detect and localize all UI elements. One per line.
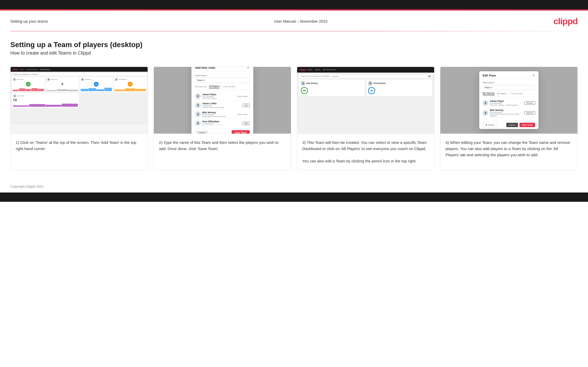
page-title: Setting up a Team of players (desktop) [10,41,578,49]
ss1-bar [19,88,25,91]
ss3-p1-score-circle: 94 [301,87,308,94]
ss1-bar [68,90,78,91]
edit-player-row-1: 👤 Adrian Player Plus Handicap The Shire … [483,99,535,108]
ss1-p2-name: Adrian Coliba [51,78,57,80]
ss1-p3-name: Blair McHarg [85,78,91,80]
remove-player-2-button[interactable]: Remove [524,111,535,115]
ss1-p5-avatar: 👤 [13,94,16,98]
player-location-1: The Shire London [202,98,234,99]
ss1-bar [25,89,31,91]
ss1-filter: Viewing 5 out of 5 players from: All Pla… [12,73,147,75]
save-team-button[interactable]: Save Team [232,130,250,134]
edit-team-name-input[interactable] [483,85,535,90]
player-row-1: 👤 Adrian Player Plus Handicap The Shire … [195,92,250,101]
ss1-p4-avatar: 👤 [115,77,118,81]
edit-modal-title: Edit Team [483,74,496,77]
trash-icon: 🗑 [485,124,488,126]
ss1-nav-teams: My No Teams [40,68,50,70]
ss3-filter: Viewing 5 out of 5 players from: All Pla… [299,75,432,78]
player-info-1: Adrian Player Plus Handicap The Shire Lo… [202,93,234,99]
edit-player-row-2: 👤 Blair McHarg Plus Handicap Royal North… [483,108,535,118]
player-avatar-3: 👤 [195,111,201,117]
header-manual-label: User Manual – November 2022 [274,19,327,23]
ss3-nav-home: Home [308,69,313,71]
ss3-icons: ✏ 🔲 [427,75,431,77]
step-3-text: 3) This Team will then be created. You c… [302,140,427,151]
step-2-screenshot: Add New Team ✕ Team Name * My Team (2) A… [154,67,291,134]
ss1-bar [104,88,112,91]
step-4-description: 4) When editing your Team, you can chang… [440,134,577,170]
remove-player-1-button[interactable]: Remove [524,101,535,105]
ss1-bar [125,88,135,91]
edit-player-info-1: Adrian Player Plus Handicap The Shire Lo… [490,100,523,106]
edit-tab-all-players[interactable]: All Players [497,92,507,95]
ss1-p1-avatar: 👤 [13,77,16,81]
edit-filter-by-name: ☐ Filter by name [509,93,523,95]
team-name-label: Team Name * [195,74,250,77]
player-status-1: Player Added [235,95,250,98]
cancel-button[interactable]: Cancel [195,130,208,134]
ss3-nav-teams: Teams [315,69,320,71]
ss1-player-4: 👤 Dave Billingham 78 [114,77,147,92]
ss1-logo: clippd [12,68,18,71]
delete-label: Delete [488,124,494,126]
checkbox-icon: ☐ [222,86,224,88]
tab-all-players[interactable]: All Players [209,85,220,88]
ss3-p2-name: Richard Butler [374,82,386,84]
delete-team-button[interactable]: 🗑 Delete [483,123,497,127]
ss1-p2-avatar: 👤 [47,77,50,81]
step-3-text-2: You can also edit a Team by clicking the… [302,159,417,163]
ss3-p2-header: 👤 Richard Butler [368,81,431,86]
ss1-bar [62,103,78,107]
clippd-logo: clippd [553,16,578,26]
ss1-p5-score: 72 [13,98,17,102]
player-list: 👤 Adrian Player Plus Handicap The Shire … [195,92,250,125]
player-avatar-2: 👤 [195,102,201,108]
step-4-card: Edit Team ✕ Team Name * My Team (2) All … [440,67,578,170]
edit-footer-right: Cancel Save Team [506,123,535,127]
cards-container: clippd Home My Performance My No Teams V… [0,60,588,180]
ss1-p2-chart [47,87,78,91]
footer: Copyright Clippd 2021 [0,180,588,193]
ss1-bar [32,88,38,91]
step-1-description: 1) Click on 'Teams' at the top of the sc… [11,134,148,170]
player-info-3: Blair McHarg Plus Handicap Royal North D… [202,111,234,117]
step-3-screenshot: clippd Home Teams My Performance Viewing… [297,67,434,134]
ss3-mock: clippd Home Teams My Performance Viewing… [297,67,434,134]
player-avatar-4: 👤 [195,120,201,125]
ss1-row2: 👤 Richard Butler 72 [12,93,147,108]
edit-tab-my-team[interactable]: My Team (2) [483,92,494,95]
ss1-p4-header: 👤 Dave Billingham [115,77,146,81]
ss1-bar [29,104,45,107]
ss3-p1-avatar: 👤 [301,81,305,86]
ss1-player-1: 👤 Adrian Collins 84 [12,77,45,92]
ss3-filter-label: Viewing 5 out of 5 players from: All Pla… [301,75,330,77]
team-name-input[interactable] [195,78,250,83]
header-section-label: Setting up your teams [10,19,48,23]
filter-by-name: ☐ Filter by name [222,86,236,88]
copyright-text: Copyright Clippd 2021 [10,185,44,188]
edit-modal-footer: 🗑 Delete Cancel Save Team [479,121,539,129]
edit-player-location-2: Royal North Devon Golf Club, United King… [490,113,523,117]
player-detail-2: 1 Handicap [202,105,241,107]
edit-cancel-button[interactable]: Cancel [506,123,518,127]
player-detail-1: Plus Handicap [202,96,234,98]
tab-my-team[interactable]: My Team (2) [195,85,206,88]
edit-save-team-button[interactable]: Save Team [519,123,535,127]
step-2-card: Add New Team ✕ Team Name * My Team (2) A… [154,67,291,170]
add-player-4-button[interactable]: Add [242,122,250,125]
ss1-p2-header: 👤 Adrian Coliba [47,77,78,81]
edit-modal-close-icon[interactable]: ✕ [532,74,535,77]
player-detail-4: 5.6 Handicap [202,123,241,125]
add-player-2-button[interactable]: Add [242,104,250,107]
ss3-team-grid: 👤 Blair McHarg 94 [299,80,432,96]
player-row-2: 👤 Adrian Coliba 1 Handicap Central Londo… [195,101,250,110]
modal-close-icon[interactable]: ✕ [247,67,250,70]
modal-tabs: My Team (2) All Players ☐ Filter by name [195,85,250,90]
ss1-filter-label: Viewing 5 out of 5 players from: All Pla… [13,74,38,75]
ss1-bar [96,89,104,91]
ss1-p4-chart [115,87,146,91]
ss3-team-card-1: 👤 Blair McHarg 94 [299,80,365,96]
ss1-bar [13,105,29,107]
edit-modal-body: Team Name * My Team (2) All Players ☐ Fi… [479,79,539,121]
